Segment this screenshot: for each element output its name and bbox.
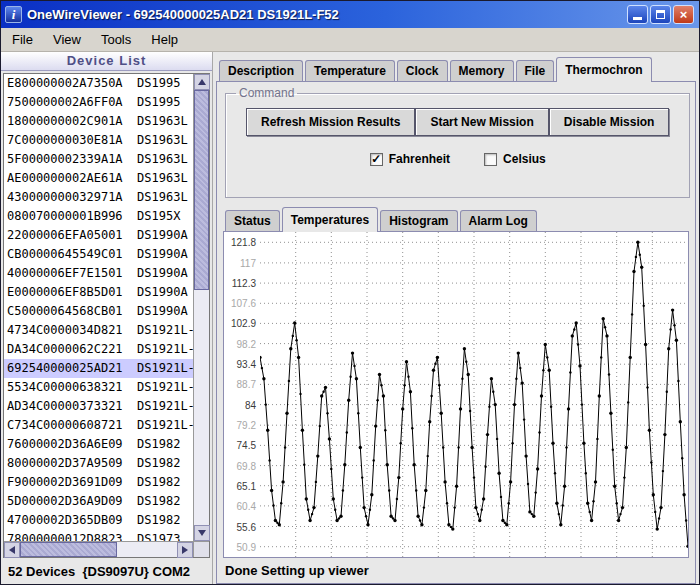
y-tick-label: 79.2 (237, 420, 256, 431)
command-checkboxes: ✓FahrenheitCelsius (234, 152, 681, 166)
device-row[interactable]: 40000006EF7E1501 DS1990A (4, 264, 193, 283)
scrollbar-corner (193, 541, 209, 557)
horizontal-scrollbar[interactable] (4, 541, 193, 557)
device-row[interactable]: 7500000002A6FF0A DS1995 (4, 93, 193, 112)
device-row[interactable]: 5F00000002339A1A DS1963L (4, 150, 193, 169)
window-controls: × (627, 5, 694, 24)
disable-mission-button[interactable]: Disable Mission (549, 108, 670, 136)
y-tick-label: 84 (245, 399, 256, 410)
device-row[interactable]: C50000064568CB01 DS1990A (4, 302, 193, 321)
celsius-checkbox-box[interactable] (484, 153, 497, 166)
device-row[interactable]: 80000002D37A9509 DS1982 (4, 454, 193, 473)
device-row[interactable]: C734C00000608721 DS1921L-F (4, 416, 193, 435)
tab-file[interactable]: File (516, 60, 555, 81)
vertical-scroll-track[interactable] (194, 90, 209, 525)
device-row[interactable]: CB00000645549C01 DS1990A (4, 245, 193, 264)
device-row[interactable]: 692540000025AD21 DS1921L-F (4, 359, 193, 378)
device-list-area: E800000002A7350A DS19957500000002A6FF0A … (3, 73, 210, 558)
y-tick-label: 121.8 (231, 237, 256, 248)
scroll-left-icon (9, 546, 15, 554)
y-tick-label: 69.8 (237, 460, 256, 471)
device-list-panel: Device List E800000002A7350A DS199575000… (1, 52, 213, 584)
device-row[interactable]: 18000000002C901A DS1963L (4, 112, 193, 131)
y-tick-label: 112.3 (232, 278, 256, 289)
device-list-header: Device List (1, 52, 212, 71)
tab-clock[interactable]: Clock (397, 60, 448, 81)
scroll-up-button[interactable] (194, 74, 210, 90)
main-tabs: DescriptionTemperatureClockMemoryFileThe… (216, 56, 696, 81)
title-bar: i OneWireViewer - 692540000025AD21 DS192… (1, 1, 699, 28)
minimize-button[interactable] (627, 5, 648, 24)
subtab-status[interactable]: Status (225, 210, 280, 231)
fahrenheit-checkbox[interactable]: ✓Fahrenheit (370, 152, 450, 166)
device-view-panel: DescriptionTemperatureClockMemoryFileThe… (213, 52, 699, 584)
y-tick-label: 98.2 (237, 338, 256, 349)
device-row[interactable]: 5534C00000638321 DS1921L-F (4, 378, 193, 397)
maximize-icon (656, 10, 665, 19)
device-row[interactable]: F9000002D3691D09 DS1982 (4, 473, 193, 492)
subtab-histogram[interactable]: Histogram (380, 210, 457, 231)
subtab-alarm-log[interactable]: Alarm Log (460, 210, 537, 231)
minimize-icon (633, 17, 642, 20)
menu-tools[interactable]: Tools (91, 28, 141, 51)
device-row[interactable]: 78000000012D8823 DS1973 (4, 530, 193, 541)
y-axis-labels: 121.8117112.3107.6102.998.293.488.78479.… (224, 232, 260, 557)
y-tick-label: 55.6 (237, 521, 256, 532)
fahrenheit-checkbox-box[interactable]: ✓ (370, 153, 383, 166)
subtab-temperatures[interactable]: Temperatures (282, 207, 378, 232)
celsius-checkbox-label: Celsius (503, 152, 546, 166)
device-row[interactable]: E800000002A7350A DS1995 (4, 74, 193, 93)
horizontal-scroll-track[interactable] (20, 542, 177, 557)
tab-temperature[interactable]: Temperature (305, 60, 395, 81)
device-row[interactable]: AD34C00000373321 DS1921L-F (4, 397, 193, 416)
app-window: i OneWireViewer - 692540000025AD21 DS192… (0, 0, 700, 585)
app-icon: i (5, 6, 22, 23)
thermochron-tab-content: Command Refresh Mission ResultsStart New… (216, 81, 696, 584)
device-list[interactable]: E800000002A7350A DS19957500000002A6FF0A … (4, 74, 193, 541)
main-area: Device List E800000002A7350A DS199575000… (1, 52, 699, 584)
status-message: Done Setting up viewer (222, 558, 690, 583)
device-row[interactable]: E0000006EF8B5D01 DS1990A (4, 283, 193, 302)
device-row[interactable]: AE000000002AE61A DS1963L (4, 169, 193, 188)
y-tick-label: 74.5 (237, 440, 256, 451)
fahrenheit-checkbox-label: Fahrenheit (389, 152, 450, 166)
celsius-checkbox[interactable]: Celsius (484, 152, 546, 166)
close-icon: × (680, 8, 688, 21)
menu-view[interactable]: View (43, 28, 91, 51)
temperature-plot (260, 232, 688, 557)
device-row[interactable]: 22000006EFA05001 DS1990A (4, 226, 193, 245)
temperature-trace (260, 232, 688, 557)
horizontal-scroll-thumb[interactable] (20, 542, 117, 557)
y-tick-label: 65.1 (237, 480, 256, 491)
close-button[interactable]: × (673, 5, 694, 24)
device-row[interactable]: 430000000032971A DS1963L (4, 188, 193, 207)
scroll-left-button[interactable] (4, 542, 20, 558)
refresh-mission-results-button[interactable]: Refresh Mission Results (246, 108, 415, 136)
menu-bar: FileViewToolsHelp (1, 28, 699, 52)
temperature-chart: 121.8117112.3107.6102.998.293.488.78479.… (223, 231, 689, 558)
vertical-scrollbar[interactable] (193, 74, 209, 541)
scroll-down-button[interactable] (194, 525, 210, 541)
device-row[interactable]: 4734C0000034D821 DS1921L-F (4, 321, 193, 340)
device-row[interactable]: DA34C0000062C221 DS1921L-F (4, 340, 193, 359)
menu-file[interactable]: File (2, 28, 43, 51)
tab-memory[interactable]: Memory (450, 60, 514, 81)
device-row[interactable]: 080070000001B996 DS195X (4, 207, 193, 226)
device-row[interactable]: 7C0000000030E81A DS1963L (4, 131, 193, 150)
y-tick-label: 107.6 (231, 298, 256, 309)
check-icon: ✓ (371, 153, 381, 165)
window-title: OneWireViewer - 692540000025AD21 DS1921L… (27, 7, 622, 22)
scroll-up-icon (198, 79, 206, 85)
tab-thermochron[interactable]: Thermochron (556, 57, 651, 82)
device-row[interactable]: 47000002D365DB09 DS1982 (4, 511, 193, 530)
maximize-button[interactable] (650, 5, 671, 24)
scroll-right-button[interactable] (177, 542, 193, 558)
y-tick-label: 50.9 (237, 541, 256, 552)
vertical-scroll-thumb[interactable] (194, 90, 209, 290)
menu-help[interactable]: Help (141, 28, 188, 51)
device-row[interactable]: 5D000002D36A9D09 DS1982 (4, 492, 193, 511)
tab-description[interactable]: Description (219, 60, 303, 81)
command-group: Command Refresh Mission ResultsStart New… (225, 86, 690, 198)
start-new-mission-button[interactable]: Start New Mission (415, 108, 548, 136)
device-row[interactable]: 76000002D36A6E09 DS1982 (4, 435, 193, 454)
